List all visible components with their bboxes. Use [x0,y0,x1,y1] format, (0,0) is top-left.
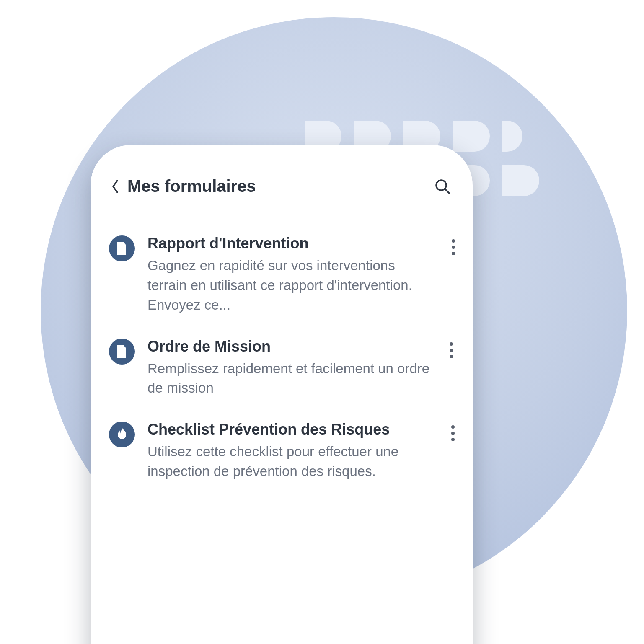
phone-frame: Mes formulaires Rapport d'Intervention G… [91,145,473,644]
list-item[interactable]: Checklist Prévention des Risques Utilise… [109,420,457,481]
fire-icon [116,427,128,442]
item-title: Ordre de Mission [147,337,430,356]
more-vertical-icon [450,342,453,346]
item-more-button[interactable] [449,424,457,442]
item-more-button[interactable] [450,238,457,256]
item-content: Checklist Prévention des Risques Utilise… [147,420,436,481]
svg-line-1 [445,189,449,193]
item-icon-document [109,339,135,365]
app-header: Mes formulaires [91,145,473,210]
chevron-left-icon [111,180,119,193]
item-title: Checklist Prévention des Risques [147,420,433,439]
document-icon [116,345,128,358]
item-title: Rapport d'Intervention [147,234,435,253]
page-title: Mes formulaires [127,177,426,196]
item-desc: Remplissez rapidement et facilement un o… [147,359,430,398]
item-desc: Gagnez en rapidité sur vos interventions… [147,256,435,315]
list-item[interactable]: Rapport d'Intervention Gagnez en rapidit… [109,234,457,315]
back-button[interactable] [111,180,119,193]
document-icon [116,242,128,255]
item-more-button[interactable] [446,341,457,360]
search-icon [434,178,451,195]
more-vertical-icon [451,425,455,429]
list-item[interactable]: Ordre de Mission Remplissez rapidement e… [109,337,457,398]
item-icon-fire [109,422,135,447]
form-list: Rapport d'Intervention Gagnez en rapidit… [91,210,473,481]
item-content: Rapport d'Intervention Gagnez en rapidit… [147,234,438,315]
item-content: Ordre de Mission Remplissez rapidement e… [147,337,433,398]
item-icon-document [109,235,135,261]
more-vertical-icon [452,239,455,243]
item-desc: Utilisez cette checklist pour effectuer … [147,442,433,481]
search-button[interactable] [434,178,451,195]
